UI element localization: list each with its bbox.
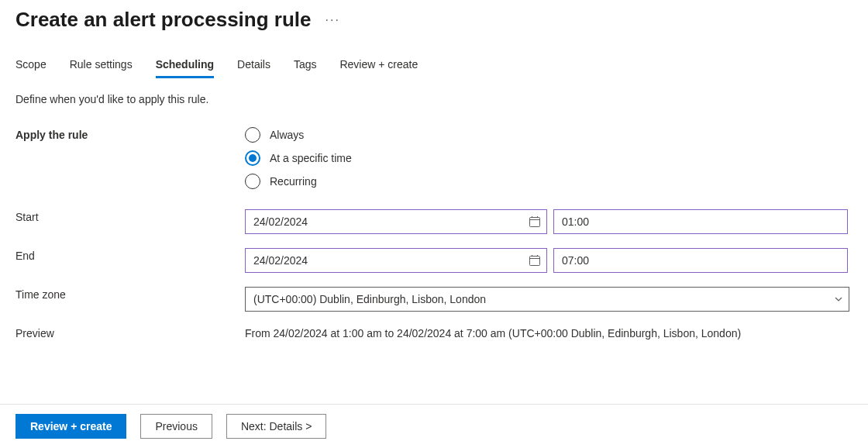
preview-label: Preview xyxy=(16,326,245,339)
preview-text: From 24/02/2024 at 1:00 am to 24/02/2024… xyxy=(245,326,852,339)
start-label: Start xyxy=(16,209,245,223)
timezone-label: Time zone xyxy=(16,287,245,301)
start-time-input[interactable] xyxy=(553,209,848,234)
tab-tags[interactable]: Tags xyxy=(294,53,317,78)
apply-rule-radio-group: Always At a specific time Recurring xyxy=(245,127,852,189)
radio-icon xyxy=(245,174,260,189)
review-create-button[interactable]: Review + create xyxy=(16,414,126,439)
tab-rule-settings[interactable]: Rule settings xyxy=(70,53,133,78)
end-time-input[interactable] xyxy=(553,248,848,273)
apply-rule-label: Apply the rule xyxy=(16,127,245,141)
next-button[interactable]: Next: Details > xyxy=(226,414,326,439)
previous-button[interactable]: Previous xyxy=(140,414,212,439)
tab-review-create[interactable]: Review + create xyxy=(339,53,418,78)
tab-scope[interactable]: Scope xyxy=(16,53,46,78)
end-date-input[interactable] xyxy=(245,248,547,273)
tab-bar: Scope Rule settings Scheduling Details T… xyxy=(16,53,852,79)
radio-always[interactable]: Always xyxy=(245,127,852,143)
start-date-input[interactable] xyxy=(245,209,547,234)
tab-details[interactable]: Details xyxy=(237,53,270,78)
footer-bar: Review + create Previous Next: Details > xyxy=(0,404,868,448)
radio-recurring-label: Recurring xyxy=(270,175,317,188)
tab-description: Define when you'd like to apply this rul… xyxy=(16,93,852,105)
radio-specific-time[interactable]: At a specific time xyxy=(245,150,852,166)
radio-icon xyxy=(245,150,260,166)
end-label: End xyxy=(16,248,245,262)
timezone-select[interactable] xyxy=(245,287,849,312)
tab-scheduling[interactable]: Scheduling xyxy=(156,53,214,78)
radio-specific-time-label: At a specific time xyxy=(270,152,352,164)
radio-icon xyxy=(245,127,260,143)
more-actions-icon[interactable]: ··· xyxy=(325,13,339,27)
radio-recurring[interactable]: Recurring xyxy=(245,174,852,189)
radio-always-label: Always xyxy=(270,129,304,141)
page-title: Create an alert processing rule xyxy=(16,8,311,32)
